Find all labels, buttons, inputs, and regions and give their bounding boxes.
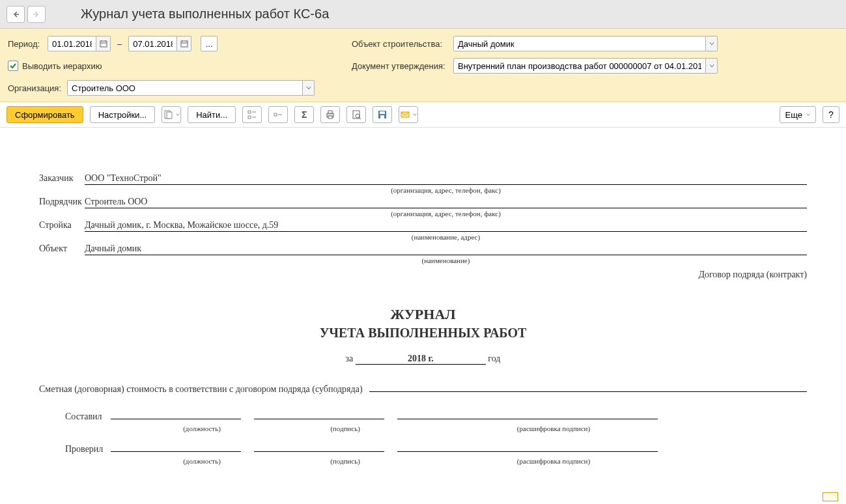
svg-rect-10 <box>248 111 251 113</box>
resize-handle[interactable] <box>823 492 838 501</box>
doc-label: Документ утверждения: <box>352 61 449 71</box>
compiled-sign-field <box>254 408 384 419</box>
page-title: Журнал учета выполненных работ КС-6а <box>81 7 329 21</box>
floppy-icon <box>377 109 388 120</box>
collapse-button[interactable] <box>268 106 288 123</box>
report-area[interactable]: Уни Утв от 1 Заказчик ООО "ТехноСтрой" (… <box>0 128 846 501</box>
decode-sublabel: (расшифровка подписи) <box>423 425 684 432</box>
object-label: Объект строительства: <box>352 39 449 49</box>
calendar-icon <box>180 40 188 48</box>
checked-decode-field <box>397 440 658 452</box>
variants-button[interactable] <box>162 106 181 123</box>
date-from-input[interactable] <box>48 36 96 51</box>
sum-button[interactable]: Σ <box>294 106 314 123</box>
site-sublabel: (наименование, адрес) <box>39 233 807 241</box>
object-label: Объект <box>39 244 85 254</box>
object-sublabel: (наименование) <box>39 257 807 264</box>
sign-sublabel: (подпись) <box>280 457 410 465</box>
doc-dropdown-button[interactable] <box>706 58 718 74</box>
svg-rect-11 <box>248 116 251 119</box>
compiled-label: Составил <box>39 412 98 422</box>
save-button[interactable] <box>373 106 392 123</box>
year-row: за 2018 г. год <box>39 354 807 365</box>
svg-rect-9 <box>167 112 172 119</box>
find-button[interactable]: Найти... <box>188 106 236 123</box>
site-value: Дачный домик, г. Москва, Можайское шоссе… <box>85 220 807 232</box>
contractor-value: Строитель ООО <box>85 197 807 208</box>
decode-sublabel: (расшифровка подписи) <box>423 457 684 465</box>
clipboard-icon <box>163 109 173 120</box>
org-label: Организация: <box>8 83 63 93</box>
contractor-sublabel: (организация, адрес, телефон, факс) <box>39 210 807 217</box>
more-label: Еще <box>785 110 802 120</box>
svg-rect-18 <box>328 116 332 119</box>
email-button[interactable] <box>399 106 418 123</box>
chevron-down-icon <box>709 41 714 46</box>
sign-sublabel: (подпись) <box>280 425 410 432</box>
contractor-label: Подрядчик <box>39 197 85 207</box>
chevron-down-icon <box>176 109 180 120</box>
org-dropdown-button[interactable] <box>303 80 315 96</box>
arrow-left-icon <box>12 10 20 18</box>
checked-label: Проверил <box>39 444 98 455</box>
position-sublabel: (должность) <box>137 457 267 465</box>
date-from-picker-button[interactable] <box>96 36 111 51</box>
settings-button[interactable]: Настройки... <box>90 106 156 123</box>
hierarchy-label: Выводить иерархию <box>22 61 102 71</box>
calendar-icon <box>100 40 107 48</box>
doc-title: ЖУРНАЛ <box>39 306 807 323</box>
sigma-icon: Σ <box>302 109 307 120</box>
customer-value: ООО "ТехноСтрой" <box>85 173 807 185</box>
compiled-decode-field <box>397 408 658 419</box>
site-label: Стройка <box>39 220 85 231</box>
more-button[interactable]: Еще <box>780 106 816 123</box>
object-dropdown-button[interactable] <box>706 36 718 51</box>
svg-rect-4 <box>181 41 188 47</box>
chevron-down-icon <box>413 109 417 120</box>
date-to-input[interactable] <box>128 36 177 51</box>
arrow-right-icon <box>33 10 40 18</box>
doc-input[interactable] <box>453 58 706 74</box>
object-value: Дачный домик <box>85 244 807 255</box>
doc-subtitle: УЧЕТА ВЫПОЛНЕННЫХ РАБОТ <box>39 326 807 341</box>
svg-rect-17 <box>328 111 332 113</box>
check-icon <box>9 62 17 70</box>
customer-label: Заказчик <box>39 173 85 184</box>
mail-icon <box>400 109 410 120</box>
customer-sublabel: (организация, адрес, телефон, факс) <box>39 186 807 194</box>
chevron-down-icon <box>806 113 810 117</box>
printer-icon <box>325 109 335 120</box>
hierarchy-checkbox[interactable] <box>8 61 18 71</box>
chevron-down-icon <box>306 85 311 91</box>
period-options-button[interactable]: ... <box>201 36 218 51</box>
expand-button[interactable] <box>242 106 262 123</box>
checked-position-field <box>111 440 241 452</box>
date-to-picker-button[interactable] <box>177 36 191 51</box>
collapse-tree-icon <box>273 109 283 120</box>
org-input[interactable] <box>67 80 303 96</box>
preview-icon <box>351 109 361 120</box>
contract-note: Договор подряда (контракт) <box>39 270 807 280</box>
date-separator: – <box>117 39 122 49</box>
generate-button[interactable]: Сформировать <box>7 106 83 123</box>
cost-label: Сметная (договорная) стоимость в соответ… <box>39 384 363 395</box>
cost-value <box>369 391 807 392</box>
compiled-position-field <box>111 408 241 419</box>
svg-rect-0 <box>100 41 107 47</box>
svg-rect-23 <box>380 111 385 114</box>
help-button[interactable]: ? <box>823 106 839 123</box>
svg-rect-24 <box>380 115 384 119</box>
nav-forward-button[interactable] <box>27 6 46 23</box>
preview-button[interactable] <box>346 106 366 123</box>
expand-tree-icon <box>247 109 257 120</box>
print-button[interactable] <box>320 106 340 123</box>
svg-rect-14 <box>274 113 277 116</box>
position-sublabel: (должность) <box>137 425 267 432</box>
checked-sign-field <box>254 440 384 452</box>
chevron-down-icon <box>709 63 714 68</box>
period-label: Период: <box>8 39 44 49</box>
object-input[interactable] <box>453 36 706 51</box>
nav-back-button[interactable] <box>7 6 25 23</box>
